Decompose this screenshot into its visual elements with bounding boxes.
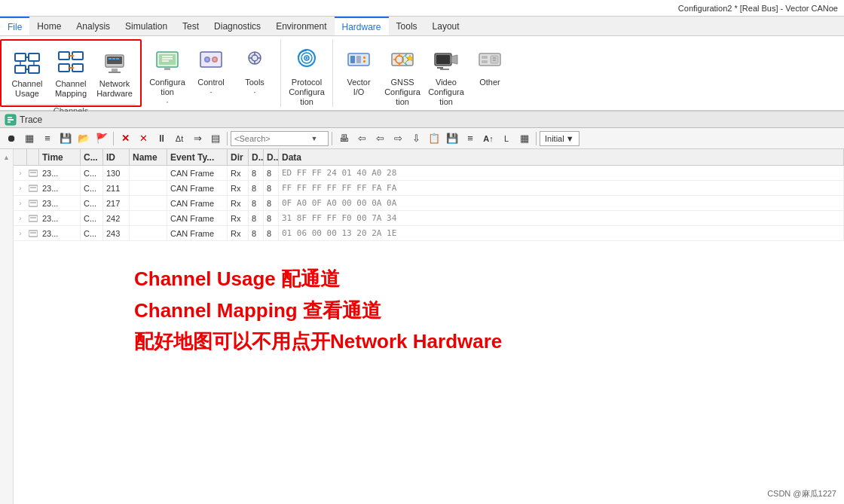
svg-rect-50 bbox=[363, 60, 365, 63]
row-icon bbox=[27, 200, 39, 207]
toolbar-filter-btn[interactable]: ▤ bbox=[207, 130, 224, 147]
scroll-top-icon[interactable]: ▲ bbox=[2, 152, 12, 163]
toolbar-save2-btn[interactable]: 💾 bbox=[444, 130, 460, 147]
toolbar-export-btn[interactable]: 📋 bbox=[426, 130, 442, 147]
control-icon bbox=[196, 46, 226, 76]
cell-d1: 8 bbox=[249, 211, 264, 225]
toolbar-flag-btn[interactable]: 🚩 bbox=[93, 130, 110, 147]
table-row[interactable]: › 23... C... 130 CAN Frame Rx 8 8 ED FF … bbox=[14, 166, 844, 181]
tools-vt-label: Tools· bbox=[245, 78, 265, 97]
cell-id: 211 bbox=[103, 181, 130, 195]
toolbar-columns-btn[interactable]: ▦ bbox=[516, 130, 533, 147]
toolbar-font-btn[interactable]: A↑ bbox=[480, 130, 497, 147]
cell-dir: Rx bbox=[228, 196, 249, 210]
cell-name bbox=[130, 211, 167, 225]
ribbon: ChannelUsage bbox=[0, 36, 844, 111]
toolbar-scroll-btn[interactable]: ⇒ bbox=[189, 130, 206, 147]
ribbon-group-buttons-channels: ChannelUsage bbox=[6, 44, 136, 102]
toolbar-load-btn[interactable]: 📂 bbox=[75, 130, 92, 147]
cell-c: C... bbox=[81, 166, 103, 180]
table-row[interactable]: › 23... C... 243 CAN Frame Rx 8 8 01 06 … bbox=[14, 226, 844, 241]
channel-usage-button[interactable]: ChannelUsage bbox=[6, 44, 48, 102]
svg-rect-81 bbox=[29, 231, 38, 237]
toolbar-down-btn[interactable]: ⇩ bbox=[408, 130, 424, 147]
video-configuration-button[interactable]: VideoConfiguration bbox=[425, 42, 467, 111]
toolbar-print2-btn[interactable]: ⇦ bbox=[353, 130, 370, 147]
toolbar-grid-btn[interactable]: ▦ bbox=[21, 130, 38, 147]
table-row[interactable]: › 23... C... 217 CAN Frame Rx 8 8 0F A0 … bbox=[14, 196, 844, 211]
toolbar-clear-btn[interactable]: ✕ bbox=[117, 130, 133, 147]
svg-rect-3 bbox=[15, 66, 26, 73]
menu-tools[interactable]: Tools bbox=[389, 17, 425, 35]
toolbar-autoscroll-btn[interactable]: ≡ bbox=[462, 130, 479, 147]
menu-layout[interactable]: Layout bbox=[425, 17, 467, 35]
svg-rect-24 bbox=[116, 58, 119, 60]
cell-d2: 8 bbox=[264, 211, 279, 225]
ribbon-group-io-hardware: VectorI/O bbox=[333, 39, 844, 107]
channel-mapping-button[interactable]: ChannelMapping bbox=[50, 44, 92, 102]
network-hardware-icon bbox=[99, 47, 130, 78]
tools-vt-button[interactable]: Tools· bbox=[234, 42, 276, 101]
toolbar-color-btn[interactable]: L bbox=[498, 130, 515, 147]
th-d2: D... bbox=[264, 149, 279, 165]
ribbon-group-buttons-vt: Configuration· Control· bbox=[146, 42, 276, 111]
title-bar: Configuration2 * [Real Bus] - Vector CAN… bbox=[0, 0, 844, 17]
watermark: CSDN @麻瓜1227 bbox=[767, 488, 836, 499]
menu-environment[interactable]: Environment bbox=[268, 17, 334, 35]
svg-rect-22 bbox=[109, 58, 112, 60]
vector-io-button[interactable]: VectorI/O bbox=[338, 42, 380, 101]
annotation-line1: Channel Usage 配通道 bbox=[134, 264, 829, 295]
initial-dropdown-icon: ▼ bbox=[566, 134, 574, 143]
other-button[interactable]: Other bbox=[469, 42, 511, 91]
table-row[interactable]: › 23... C... 242 CAN Frame Rx 8 8 31 8F … bbox=[14, 211, 844, 226]
toolbar-list-btn[interactable]: ≡ bbox=[39, 130, 56, 147]
menu-home[interactable]: Home bbox=[29, 17, 69, 35]
menu-diagnostics[interactable]: Diagnostics bbox=[206, 17, 268, 35]
svg-rect-73 bbox=[29, 170, 38, 176]
th-data: Data bbox=[279, 149, 844, 165]
menu-file[interactable]: File bbox=[0, 17, 29, 35]
control-button[interactable]: Control· bbox=[190, 42, 232, 101]
search-dropdown-btn[interactable]: ▼ bbox=[310, 134, 319, 143]
search-box: ▼ bbox=[231, 131, 329, 146]
menu-simulation[interactable]: Simulation bbox=[118, 17, 175, 35]
th-icon bbox=[27, 149, 39, 165]
content-area: Time C... ID Name Event Ty... Dir D... D… bbox=[14, 149, 844, 504]
trace-bar-icon bbox=[5, 114, 17, 126]
protocol-configuration-button[interactable]: ProtocolConfiguration bbox=[286, 42, 328, 111]
menu-analysis[interactable]: Analysis bbox=[69, 17, 118, 35]
ribbon-group-vt-system: Configuration· Control· bbox=[142, 39, 281, 107]
cell-event-type: CAN Frame bbox=[167, 196, 228, 210]
toolbar-mark-btn[interactable]: ✕ bbox=[135, 130, 151, 147]
toolbar-delta-btn[interactable]: Δt bbox=[171, 130, 188, 147]
th-dir: Dir bbox=[228, 149, 249, 165]
other-label: Other bbox=[479, 78, 500, 87]
menu-test[interactable]: Test bbox=[175, 17, 206, 35]
toolbar-print-btn[interactable]: 🖶 bbox=[335, 130, 352, 147]
cell-c: C... bbox=[81, 211, 103, 225]
cell-d2: 8 bbox=[264, 166, 279, 180]
svg-rect-61 bbox=[437, 67, 443, 69]
gnss-configuration-button[interactable]: GNSSConfiguration bbox=[381, 42, 424, 111]
cell-d2: 8 bbox=[264, 196, 279, 210]
table-row[interactable]: › 23... C... 211 CAN Frame Rx 8 8 FF FF … bbox=[14, 181, 844, 196]
row-arrow: › bbox=[14, 215, 27, 222]
toolbar-pause-btn[interactable]: ⏸ bbox=[153, 130, 170, 147]
annotation-line3: 配好地图可以不用点开Network Hardware bbox=[134, 326, 829, 358]
initial-dropdown-btn[interactable]: Initial ▼ bbox=[540, 131, 579, 146]
toolbar-save-btn[interactable]: 💾 bbox=[57, 130, 74, 147]
cell-name bbox=[130, 181, 167, 195]
menu-hardware[interactable]: Hardware bbox=[335, 17, 389, 35]
row-arrow: › bbox=[14, 200, 27, 207]
cell-id: 130 bbox=[103, 166, 130, 180]
network-hardware-button[interactable]: NetworkHardware bbox=[93, 44, 136, 102]
configuration-button[interactable]: Configuration· bbox=[146, 42, 188, 111]
initial-label: Initial bbox=[545, 134, 564, 143]
ribbon-group-buttons-sensors: ProtocolConfiguration bbox=[286, 42, 328, 111]
toolbar-rec-btn[interactable]: ⏺ bbox=[3, 130, 20, 147]
table-body: › 23... C... 130 CAN Frame Rx 8 8 ED FF … bbox=[14, 166, 844, 241]
search-input[interactable] bbox=[234, 134, 310, 143]
toolbar-arrow-fwd-btn[interactable]: ⇨ bbox=[390, 130, 406, 147]
toolbar-arrow-back-btn[interactable]: ⇦ bbox=[372, 130, 388, 147]
protocol-config-icon bbox=[292, 46, 322, 76]
